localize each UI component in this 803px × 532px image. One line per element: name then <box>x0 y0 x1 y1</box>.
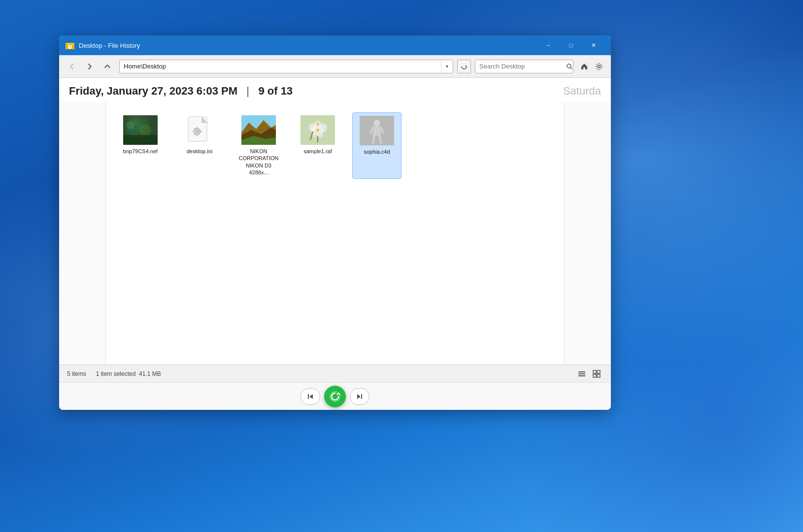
settings-button[interactable] <box>592 60 606 73</box>
svg-point-28 <box>316 129 319 132</box>
file-name-bnp79cs4: bnp79CS4.nef <box>123 148 158 155</box>
refresh-icon <box>461 63 468 70</box>
restore-button[interactable] <box>324 386 346 407</box>
list-view-button[interactable] <box>575 368 588 380</box>
svg-point-29 <box>317 123 319 126</box>
items-count: 5 items <box>67 370 86 377</box>
file-name-sample1: sample1.raf <box>303 148 332 155</box>
tile-view-icon <box>593 370 601 378</box>
svg-rect-36 <box>597 370 600 373</box>
back-button[interactable] <box>64 60 80 73</box>
title-bar-controls: − □ ✕ <box>537 37 605 53</box>
skip-start-icon <box>307 394 313 399</box>
file-item-sophia[interactable]: sophia.c4d <box>352 112 402 179</box>
search-input[interactable] <box>475 63 566 70</box>
svg-point-14 <box>196 130 199 133</box>
left-panel <box>59 102 106 365</box>
thumbnail-nikon <box>241 115 276 145</box>
back-icon <box>68 63 75 70</box>
next-button[interactable] <box>350 388 369 405</box>
status-bar: 5 items 1 item selected 41.1 MB <box>59 365 611 382</box>
svg-point-6 <box>126 120 140 135</box>
thumbnail-sample1 <box>301 115 335 145</box>
home-button[interactable] <box>577 60 591 73</box>
window-title: Desktop - File History <box>79 42 537 49</box>
date-header: Friday, January 27, 2023 6:03 PM | 9 of … <box>59 78 611 102</box>
up-button[interactable] <box>100 60 115 73</box>
home-icon <box>580 63 588 70</box>
file-history-window: Desktop - File History − □ ✕ ▾ <box>59 35 611 410</box>
file-name-sophia: sophia.c4d <box>364 148 390 155</box>
search-button[interactable] <box>566 60 573 73</box>
title-bar: Desktop - File History − □ ✕ <box>59 35 611 55</box>
file-item-bnp79cs4[interactable]: bnp79CS4.nef <box>116 112 165 179</box>
svg-rect-8 <box>123 135 158 145</box>
svg-point-22 <box>309 124 317 132</box>
svg-rect-37 <box>593 374 596 377</box>
maximize-button[interactable]: □ <box>560 37 582 53</box>
search-container <box>475 60 573 73</box>
minimize-button[interactable]: − <box>537 37 560 53</box>
content-area: bnp79CS4.nef <box>59 102 611 365</box>
svg-rect-34 <box>578 375 585 376</box>
address-bar-container: ▾ <box>119 60 453 73</box>
file-name-nikon: NIKON CORPORATION NIKON D3 4288x... <box>237 148 280 176</box>
forward-icon <box>86 63 93 70</box>
svg-rect-33 <box>578 373 585 374</box>
skip-end-icon <box>357 394 363 399</box>
view-controls <box>575 368 603 380</box>
svg-point-9 <box>127 121 134 129</box>
selected-info: 1 item selected 41.1 MB <box>96 370 161 377</box>
thumbnail-sophia <box>360 116 394 145</box>
svg-rect-41 <box>361 394 362 399</box>
thumbnail-desktop-ini <box>182 115 217 145</box>
up-icon <box>104 63 111 70</box>
files-area: bnp79CS4.nef <box>106 102 564 365</box>
svg-point-7 <box>139 124 151 136</box>
bottom-controls <box>59 382 611 410</box>
toolbar: ▾ <box>59 55 611 78</box>
file-item-sample1[interactable]: sample1.raf <box>293 112 342 179</box>
tile-view-button[interactable] <box>590 368 603 380</box>
right-panel <box>564 102 611 365</box>
svg-rect-32 <box>578 371 585 372</box>
svg-rect-5 <box>123 115 158 145</box>
file-item-desktop-ini[interactable]: desktop.ini <box>175 112 224 179</box>
list-view-icon <box>578 370 586 378</box>
file-name-desktop-ini: desktop.ini <box>187 148 213 155</box>
next-date: Saturda <box>563 85 601 98</box>
svg-rect-35 <box>593 370 596 373</box>
thumbnail-bnp79cs4 <box>123 115 158 145</box>
svg-point-23 <box>318 123 327 132</box>
toolbar-icons <box>577 60 606 73</box>
svg-rect-39 <box>308 394 309 399</box>
refresh-button[interactable] <box>457 60 471 73</box>
svg-point-4 <box>598 65 601 67</box>
search-icon <box>566 63 573 70</box>
settings-icon <box>595 63 603 70</box>
current-date: Friday, January 27, 2023 6:03 PM | 9 of … <box>69 85 293 98</box>
forward-button[interactable] <box>82 60 98 73</box>
file-item-nikon[interactable]: NIKON CORPORATION NIKON D3 4288x... <box>234 112 283 179</box>
address-dropdown-button[interactable]: ▾ <box>441 60 453 73</box>
svg-point-11 <box>139 124 141 126</box>
address-input[interactable] <box>120 63 441 70</box>
file-history-icon <box>65 40 75 50</box>
restore-icon <box>330 391 340 402</box>
previous-button[interactable] <box>301 388 320 405</box>
close-button[interactable]: ✕ <box>582 37 605 53</box>
files-grid: bnp79CS4.nef <box>116 112 554 179</box>
svg-point-31 <box>373 120 380 127</box>
svg-rect-38 <box>597 374 600 377</box>
svg-point-10 <box>134 125 137 128</box>
